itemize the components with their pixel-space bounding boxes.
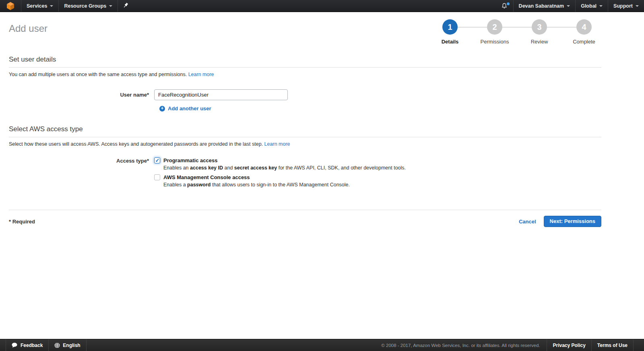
access-type-heading: Select AWS access type: [9, 125, 601, 137]
page-title: Add user: [9, 23, 47, 45]
top-navigation-bar: Services Resource Groups: [0, 0, 644, 12]
steps-connector-line: [450, 27, 584, 27]
programmatic-access-head: Programmatic access: [154, 157, 406, 163]
nav-right-group: Devan Sabaratnam Global Support: [495, 0, 644, 12]
step-details: 1 Details: [442, 19, 458, 45]
resource-groups-menu[interactable]: Resource Groups: [59, 0, 118, 12]
chevron-down-icon: [567, 5, 570, 7]
globe-icon: [54, 343, 60, 348]
plus-circle-icon: +: [159, 106, 165, 111]
required-note: * Required: [9, 219, 35, 225]
add-another-user-row: + Add another user: [9, 105, 601, 111]
notification-dot: [507, 2, 510, 5]
username-label: User name*: [9, 89, 154, 100]
user-details-learn-more-link[interactable]: Learn more: [188, 72, 214, 77]
user-name-input[interactable]: [154, 89, 288, 100]
access-type-description-text: Select how these users will access AWS. …: [9, 141, 263, 147]
access-type-row: Access type* Programmatic access Enables…: [9, 157, 601, 191]
support-label: Support: [613, 3, 633, 9]
chevron-down-icon: [599, 5, 603, 7]
chevron-down-icon: [109, 5, 112, 7]
footer-bar: Feedback English © 2008 - 2017, Amazon W…: [0, 339, 644, 351]
programmatic-access-description: Enables an access key ID and secret acce…: [163, 165, 406, 171]
main-content: Add user 1 Details 2 Permissions 3 Revie…: [0, 12, 644, 227]
step-4-label: Complete: [573, 39, 595, 45]
terms-of-use-link[interactable]: Terms of Use: [591, 339, 634, 351]
console-access-description: Enables a password that allows users to …: [163, 182, 406, 188]
cancel-button[interactable]: Cancel: [519, 219, 536, 225]
programmatic-access-checkbox[interactable]: [154, 157, 160, 163]
desc-text: that allows users to sign-in to the AWS …: [211, 182, 350, 188]
chevron-down-icon: [50, 5, 53, 7]
step-3-label: Review: [531, 39, 548, 45]
step-3-circle: 3: [532, 19, 547, 35]
access-type-description: Select how these users will access AWS. …: [9, 141, 601, 147]
services-menu-label: Services: [27, 3, 47, 9]
step-complete: 4 Complete: [576, 19, 592, 45]
progress-steps: 1 Details 2 Permissions 3 Review 4 Compl…: [442, 19, 592, 45]
actions-row: * Required Cancel Next: Permissions: [9, 216, 601, 227]
aws-cube-logo-icon: [6, 2, 14, 10]
account-menu[interactable]: Devan Sabaratnam: [514, 0, 576, 12]
feedback-label: Feedback: [21, 343, 43, 348]
step-2-circle: 2: [487, 19, 502, 35]
desc-bold: password: [187, 182, 211, 188]
step-review: 3 Review: [532, 19, 547, 45]
pin-icon: [123, 3, 128, 9]
aws-console-page: Services Resource Groups: [0, 0, 644, 351]
console-access-option: AWS Management Console access Enables a …: [154, 174, 406, 188]
step-2-label: Permissions: [481, 39, 509, 45]
desc-text: for the AWS API, CLI, SDK, and other dev…: [277, 165, 406, 171]
programmatic-access-title[interactable]: Programmatic access: [163, 157, 217, 163]
step-4-circle: 4: [576, 19, 592, 35]
console-access-title[interactable]: AWS Management Console access: [163, 174, 250, 180]
pinned-shortcuts-button[interactable]: [118, 0, 134, 12]
region-label: Global: [581, 3, 597, 9]
support-menu[interactable]: Support: [608, 0, 644, 12]
user-details-description: You can add multiple users at once with …: [9, 72, 601, 77]
notifications-button[interactable]: [495, 0, 513, 12]
access-type-section: Select AWS access type Select how these …: [9, 125, 601, 191]
step-1-label: Details: [442, 39, 459, 45]
desc-text: Enables an: [163, 165, 190, 171]
language-button[interactable]: English: [49, 339, 86, 351]
copyright-text: © 2008 - 2017, Amazon Web Services, Inc.…: [374, 339, 547, 351]
feedback-bubble-icon: [12, 343, 18, 348]
terms-of-use-label: Terms of Use: [597, 343, 627, 348]
chevron-down-icon: [636, 5, 639, 7]
access-type-label: Access type*: [9, 157, 154, 191]
language-label: English: [63, 343, 80, 348]
desc-text: Enables a: [163, 182, 187, 188]
region-menu[interactable]: Global: [576, 0, 608, 12]
add-another-user-link[interactable]: Add another user: [168, 105, 211, 111]
privacy-policy-link[interactable]: Privacy Policy: [547, 339, 591, 351]
footer-right-group: © 2008 - 2017, Amazon Web Services, Inc.…: [374, 339, 644, 351]
privacy-policy-label: Privacy Policy: [553, 343, 585, 348]
step-permissions: 2 Permissions: [487, 19, 502, 45]
desc-bold: secret access key: [234, 165, 277, 171]
bottom-divider: [9, 210, 601, 210]
desc-bold: access key ID: [190, 165, 223, 171]
user-details-description-text: You can add multiple users at once with …: [9, 72, 187, 77]
programmatic-access-option: Programmatic access Enables an access ke…: [154, 157, 406, 171]
user-details-heading: Set user details: [9, 56, 601, 68]
username-row: User name*: [9, 89, 601, 100]
access-type-learn-more-link[interactable]: Learn more: [264, 141, 290, 147]
console-access-head: AWS Management Console access: [154, 174, 406, 180]
resource-groups-menu-label: Resource Groups: [64, 3, 106, 9]
aws-home-button[interactable]: [0, 0, 21, 12]
account-name: Devan Sabaratnam: [519, 3, 564, 9]
page-header: Add user 1 Details 2 Permissions 3 Revie…: [9, 12, 601, 45]
next-permissions-button[interactable]: Next: Permissions: [544, 216, 601, 227]
desc-text: and: [223, 165, 234, 171]
console-access-checkbox[interactable]: [154, 174, 160, 180]
feedback-button[interactable]: Feedback: [6, 339, 49, 351]
services-menu[interactable]: Services: [21, 0, 58, 12]
step-1-circle: 1: [442, 19, 458, 35]
access-type-options: Programmatic access Enables an access ke…: [154, 157, 406, 191]
